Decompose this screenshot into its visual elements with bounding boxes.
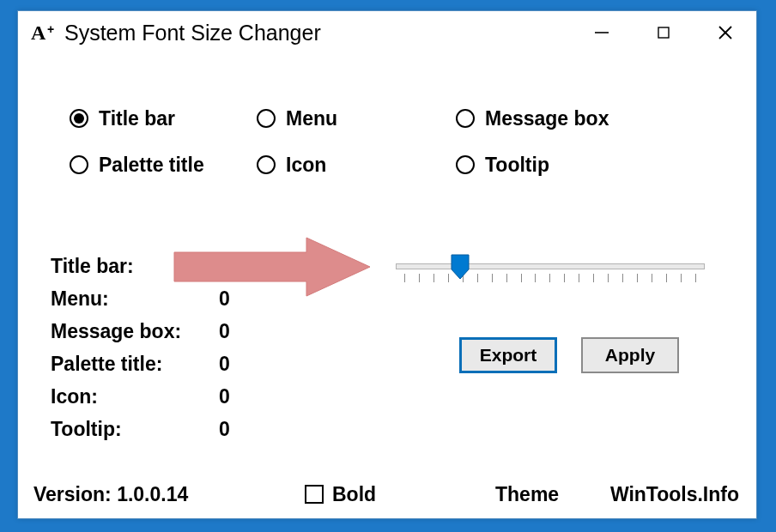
value-row-title-bar: Title bar: 0 <box>51 250 253 282</box>
action-buttons: Export Apply <box>459 337 679 373</box>
radio-label: Message box <box>485 107 609 130</box>
values-list: Title bar: 0 Menu: 0 Message box: 0 Pale… <box>51 250 253 445</box>
value-number: 0 <box>219 348 253 380</box>
radio-icon <box>257 155 276 174</box>
radio-tooltip[interactable]: Tooltip <box>456 152 679 178</box>
radio-palette-title[interactable]: Palette title <box>70 152 257 178</box>
value-label: Palette title: <box>51 348 219 380</box>
value-row-message-box: Message box: 0 <box>51 315 253 348</box>
value-row-menu: Menu: 0 <box>51 282 253 315</box>
radio-group: Title bar Menu Message box Palette title… <box>70 106 679 178</box>
value-label: Tooltip: <box>51 413 219 445</box>
radio-menu[interactable]: Menu <box>257 106 456 131</box>
version-label: Version: 1.0.0.14 <box>33 483 188 506</box>
value-row-palette: Palette title: 0 <box>51 348 253 380</box>
radio-icon <box>257 109 276 128</box>
radio-message-box[interactable]: Message box <box>456 106 679 131</box>
value-number: 0 <box>219 250 253 282</box>
radio-label: Palette title <box>99 154 204 177</box>
body-area: Title bar Menu Message box Palette title… <box>18 54 756 518</box>
radio-label: Tooltip <box>485 154 549 177</box>
app-window: A + System Font Size Changer <box>17 10 757 519</box>
radio-icon <box>456 155 475 174</box>
radio-icon <box>70 155 88 174</box>
value-label: Message box: <box>51 315 219 348</box>
svg-text:+: + <box>47 22 54 36</box>
minimize-button[interactable] <box>571 12 633 53</box>
slider-thumb-icon[interactable] <box>451 254 470 280</box>
value-label: Icon: <box>51 380 219 413</box>
maximize-button[interactable] <box>633 12 694 53</box>
apply-button[interactable]: Apply <box>581 337 679 373</box>
button-label: Apply <box>605 345 655 366</box>
bold-label: Bold <box>332 483 376 506</box>
close-button[interactable] <box>694 12 756 53</box>
value-number: 0 <box>219 413 253 445</box>
checkbox-icon <box>305 485 324 504</box>
title-bar: A + System Font Size Changer <box>18 11 756 54</box>
button-label: Export <box>480 345 537 366</box>
radio-label: Menu <box>286 107 337 130</box>
slider-track <box>396 263 705 269</box>
app-icon: A + <box>30 20 56 45</box>
wintools-link[interactable]: WinTools.Info <box>610 483 739 506</box>
svg-marker-7 <box>452 255 469 279</box>
size-slider[interactable] <box>396 255 705 296</box>
value-number: 0 <box>219 282 253 315</box>
theme-link[interactable]: Theme <box>495 483 559 506</box>
value-row-icon: Icon: 0 <box>51 380 253 413</box>
radio-icon-radio[interactable]: Icon <box>257 152 456 178</box>
radio-label: Title bar <box>99 107 175 130</box>
radio-title-bar[interactable]: Title bar <box>70 106 257 131</box>
slider-ticks <box>404 274 696 286</box>
export-button[interactable]: Export <box>459 337 557 373</box>
value-label: Title bar: <box>51 250 219 282</box>
window-controls <box>571 11 756 54</box>
radio-label: Icon <box>286 154 326 177</box>
value-label: Menu: <box>51 282 219 315</box>
radio-icon <box>70 109 88 128</box>
status-bar: Version: 1.0.0.14 Bold Theme WinTools.In… <box>33 481 741 508</box>
value-number: 0 <box>219 315 253 348</box>
svg-rect-3 <box>658 27 669 38</box>
close-icon <box>717 24 734 41</box>
radio-icon <box>456 109 475 128</box>
window-title: System Font Size Changer <box>64 21 321 45</box>
value-row-tooltip: Tooltip: 0 <box>51 413 253 445</box>
bold-checkbox[interactable]: Bold <box>305 483 376 506</box>
value-number: 0 <box>219 380 253 413</box>
minimize-icon <box>594 25 609 40</box>
svg-text:A: A <box>31 21 46 44</box>
maximize-icon <box>657 26 670 39</box>
